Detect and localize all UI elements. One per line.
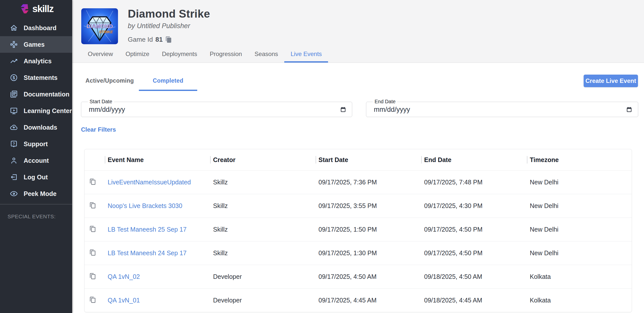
sidebar-item-learning-center[interactable]: Learning Center (0, 102, 72, 119)
end-date-cell: 09/17/2025, 4:30 PM (421, 202, 527, 210)
create-live-event-button[interactable]: Create Live Event (584, 75, 638, 87)
table-body: LiveEventNameIssueUpdated Skillz 09/17/2… (85, 170, 632, 312)
sidebar-item-label: Learning Center (24, 107, 72, 115)
sidebar-item-documentation[interactable]: Documentation (0, 86, 72, 102)
sidebar-item-games[interactable]: Games (0, 36, 72, 53)
header-cell-end-date: End Date (421, 156, 527, 164)
svg-text:?: ? (13, 142, 15, 146)
copy-event-icon[interactable] (89, 249, 96, 256)
sidebar-item-label: Analytics (24, 58, 52, 65)
row-copy-cell (85, 201, 105, 211)
table-row: LB Test Maneesh 24 Sep 17 Skillz 09/17/2… (85, 241, 632, 265)
person-icon (10, 156, 18, 165)
copy-game-id-icon[interactable] (165, 36, 172, 43)
header-cell-creator: Creator (210, 156, 315, 164)
sidebar-item-dashboard[interactable]: Dashboard (0, 20, 72, 36)
game-header: DIAMOND STRIKE Diamond Strike by Untitle… (72, 0, 644, 63)
table-row: Noop's Live Brackets 3030 Skillz 09/17/2… (85, 194, 632, 218)
clear-filters-link[interactable]: Clear Filters (81, 126, 116, 133)
calendar-icon[interactable] (340, 106, 346, 113)
event-name-link[interactable]: LB Test Maneesh 25 Sep 17 (108, 226, 187, 233)
sidebar-item-logout[interactable]: Log Out (0, 169, 72, 185)
event-name-link[interactable]: LiveEventNameIssueUpdated (108, 179, 191, 186)
game-artwork: DIAMOND STRIKE (81, 8, 118, 44)
skillz-logo-icon (19, 3, 30, 14)
sidebar-item-label: Peek Mode (24, 190, 57, 197)
header-cell-event-name: Event Name (105, 156, 210, 164)
game-id-value: 81 (155, 36, 163, 43)
start-date-placeholder: mm/dd/yyyy (89, 106, 125, 113)
sidebar-item-downloads[interactable]: Downloads (0, 119, 72, 136)
copy-event-icon[interactable] (89, 272, 96, 280)
end-date-input[interactable]: End Date mm/dd/yyyy (366, 102, 638, 117)
tab-progression[interactable]: Progression (204, 46, 248, 63)
creator-cell: Skillz (210, 249, 315, 257)
eye-icon (10, 189, 18, 198)
start-date-input[interactable]: Start Date mm/dd/yyyy (81, 102, 352, 117)
row-copy-cell (85, 225, 105, 234)
main-area: DIAMOND STRIKE Diamond Strike by Untitle… (72, 0, 644, 313)
row-copy-cell (85, 272, 105, 281)
subtab-active-upcoming[interactable]: Active/Upcoming (80, 73, 139, 91)
game-publisher: by Untitled Publisher (128, 22, 190, 30)
timezone-cell: New Delhi (527, 179, 632, 186)
copy-event-icon[interactable] (89, 296, 96, 303)
cloud-download-icon (10, 123, 18, 132)
table-header-row: Event Name Creator Start Date End Date T… (85, 149, 632, 170)
sidebar-item-analytics[interactable]: Analytics (0, 53, 72, 69)
timezone-cell: New Delhi (527, 249, 632, 257)
start-date-cell: 09/17/2025, 3:55 PM (315, 202, 421, 210)
copy-event-icon[interactable] (89, 178, 96, 185)
tab-live-events[interactable]: Live Events (284, 46, 328, 63)
tab-deployments[interactable]: Deployments (156, 46, 204, 63)
svg-text:$: $ (13, 75, 15, 80)
games-icon (10, 40, 18, 49)
sidebar-item-account[interactable]: Account (0, 152, 72, 169)
dollar-circle-icon: $ (10, 73, 18, 82)
tab-optimize[interactable]: Optimize (119, 46, 156, 63)
tab-overview[interactable]: Overview (82, 46, 119, 63)
documents-icon (10, 90, 18, 98)
sidebar-item-support[interactable]: ? Support (0, 136, 72, 152)
special-events-section-label: SPECIAL EVENTS: (8, 214, 56, 220)
event-name-link[interactable]: QA 1vN_02 (108, 273, 140, 280)
sidebar-item-label: Statements (24, 74, 58, 81)
end-date-label: End Date (373, 99, 397, 105)
timezone-cell: New Delhi (527, 226, 632, 233)
skillz-logo-text: skillz (32, 4, 54, 14)
sidebar-item-label: Dashboard (24, 24, 57, 32)
end-date-cell: 09/17/2025, 4:50 PM (421, 226, 527, 233)
table-row: LiveEventNameIssueUpdated Skillz 09/17/2… (85, 170, 632, 194)
sidebar-item-statements[interactable]: $ Statements (0, 69, 72, 86)
start-date-cell: 09/17/2025, 1:30 PM (315, 249, 421, 257)
sidebar-item-label: Documentation (24, 91, 69, 98)
start-date-cell: 09/17/2025, 1:50 PM (315, 226, 421, 233)
event-name-link[interactable]: QA 1vN_01 (108, 297, 140, 304)
end-date-cell: 09/18/2025, 4:50 AM (421, 273, 527, 280)
event-name-link[interactable]: Noop's Live Brackets 3030 (108, 202, 182, 209)
column-divider (210, 156, 211, 164)
start-date-cell: 09/17/2025, 7:36 PM (315, 179, 421, 186)
monitor-play-icon (10, 107, 18, 115)
table-row: LB Test Maneesh 25 Sep 17 Skillz 09/17/2… (85, 218, 632, 241)
copy-event-icon[interactable] (89, 201, 96, 209)
table-row: QA 1vN_01 Developer 09/17/2025, 4:45 AM … (85, 288, 632, 312)
sidebar-item-peek-mode[interactable]: Peek Mode (0, 185, 72, 202)
timezone-cell: New Delhi (527, 202, 632, 210)
column-divider (315, 156, 316, 164)
calendar-icon[interactable] (626, 106, 632, 113)
header-cell-timezone: Timezone (527, 156, 632, 164)
logout-icon (10, 173, 18, 181)
copy-event-icon[interactable] (89, 225, 96, 233)
tab-seasons[interactable]: Seasons (248, 46, 284, 63)
event-name-link[interactable]: LB Test Maneesh 24 Sep 17 (108, 249, 187, 256)
sidebar-nav: Dashboard Games Analytics $ Statements D… (0, 20, 72, 202)
subtab-completed[interactable]: Completed (139, 73, 197, 91)
creator-cell: Skillz (210, 202, 315, 210)
sidebar-item-label: Downloads (24, 124, 57, 131)
svg-text:STRIKE: STRIKE (99, 30, 113, 34)
start-date-cell: 09/17/2025, 4:50 AM (315, 273, 421, 280)
timezone-cell: Kolkata (527, 273, 632, 280)
row-copy-cell (85, 296, 105, 305)
sidebar-item-label: Log Out (24, 174, 48, 181)
